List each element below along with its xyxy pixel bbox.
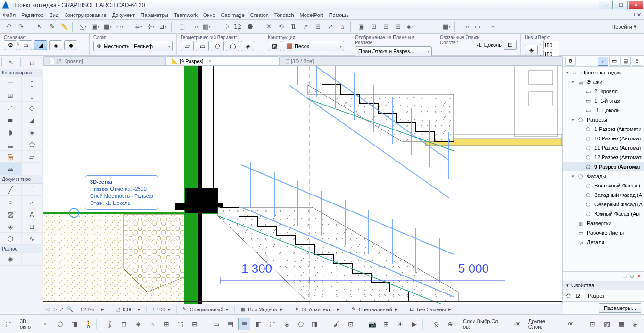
tree-det[interactable]: ◎Детали [563, 237, 644, 247]
door-tool[interactable]: ▯ [22, 77, 43, 89]
b4[interactable]: ⌂ [146, 318, 158, 330]
nav-project-tab[interactable]: ⌂ [598, 57, 608, 66]
arrow-tool[interactable]: ↖ [1, 57, 21, 67]
group3-button[interactable]: ⊟ [380, 21, 391, 32]
nav-back[interactable]: ◁ [46, 306, 50, 312]
layout2-button[interactable]: ▭ [472, 21, 483, 32]
view1-button[interactable]: ▦▾ [441, 21, 452, 32]
tree-ie[interactable]: ▥Развертки [563, 219, 644, 228]
edit2-button[interactable]: ⟲ [275, 21, 287, 32]
b6[interactable]: ⬚ [174, 318, 187, 330]
geom5-icon[interactable]: ◈ [241, 41, 254, 51]
zoom-value[interactable]: 528% [81, 307, 94, 312]
zone-tool[interactable]: ▱ [22, 151, 43, 163]
layercomb-value[interactable]: 01 Архитект... [302, 307, 334, 312]
b5[interactable]: ⊞ [160, 318, 173, 330]
level-tool[interactable]: ⬡ [0, 233, 22, 245]
mesh-mode-icon[interactable]: ◢ [34, 40, 47, 50]
menu-file[interactable]: Файл [3, 12, 16, 18]
hotspot-tool[interactable]: ✺ [0, 253, 22, 266]
dim2-tool[interactable]: ⊡ [22, 220, 43, 233]
surface-mode-icon[interactable]: ◈ [49, 40, 62, 50]
c7[interactable]: ⬠ [295, 318, 307, 330]
tree-section-1[interactable]: ⬠1 Разрез (Автомати [563, 124, 644, 134]
minimize-button[interactable]: ─ [599, 1, 613, 9]
plane-button[interactable]: ▱▾ [114, 21, 125, 32]
lamp-tool[interactable] [22, 163, 43, 175]
marquee-tool[interactable]: ⬚ [23, 57, 42, 67]
mesh-tool[interactable]: ⛰ [0, 163, 22, 175]
gridsnap-button[interactable]: ⋕▾ [133, 21, 144, 32]
elemsnap-button[interactable]: ⊹▾ [145, 21, 157, 32]
roof-tool[interactable]: ◢ [22, 114, 43, 126]
circle-tool[interactable]: ○ [0, 196, 22, 208]
tree-elev-w[interactable]: ⬠Западный Фасад (А [563, 190, 644, 200]
guideline-button[interactable]: ⊿▾ [157, 21, 169, 32]
other-layer-icon[interactable]: 👁 [565, 318, 577, 330]
c1[interactable]: ▭ [210, 318, 223, 330]
guides-button[interactable]: ◺▾ [77, 21, 89, 32]
maximize-button[interactable]: ☐ [614, 1, 628, 9]
b1[interactable]: 🚶 [104, 318, 116, 330]
e3[interactable]: ☀ [394, 318, 406, 330]
select-icon[interactable]: ▭ [19, 40, 32, 50]
marker-button[interactable]: ⬣ [244, 21, 256, 32]
nav-add-icon[interactable]: ⊕ [630, 273, 634, 279]
morph-tool[interactable]: ⬠ [22, 138, 43, 151]
edit4-button[interactable]: ↗ [300, 21, 311, 32]
mdi-minimize[interactable]: ─ [625, 12, 628, 18]
c8[interactable]: ◨ [309, 318, 321, 330]
snap-button[interactable]: ▣▾ [90, 21, 101, 32]
curtain-tool[interactable]: ▦ [0, 138, 22, 151]
tree-ws[interactable]: ▭Рабочие Листы [563, 228, 644, 237]
solid-mode-icon[interactable]: ◆ [64, 40, 77, 50]
geom3-icon[interactable]: ⬠ [211, 41, 224, 51]
persp-icon[interactable]: ⬠ [54, 318, 66, 330]
tree-section-12[interactable]: ⬠12 Разрез (Автомат [563, 153, 644, 162]
scale-menu[interactable]: ▸ [168, 306, 171, 312]
menu-cadimage[interactable]: Cadimage [221, 12, 245, 18]
display-combo[interactable]: План Этажа и Разрез... [355, 46, 432, 57]
nav-view-tab[interactable]: ▭ [609, 57, 619, 66]
nav-new-icon[interactable]: ▭ [622, 273, 627, 279]
tree-elev-n[interactable]: ⬠Северный Фасад (А [563, 200, 644, 209]
top-input[interactable] [543, 41, 559, 49]
sel-layer-icon[interactable]: 👁 [512, 318, 524, 330]
edit6-button[interactable]: ⤢ [324, 21, 336, 32]
props-id[interactable] [574, 292, 585, 300]
c5[interactable]: ⬚ [266, 318, 279, 330]
grid-button[interactable]: ▦▾ [102, 21, 113, 32]
menu-document[interactable]: Документ [112, 12, 135, 18]
penset-value[interactable]: Специальный [190, 307, 223, 312]
edit3-button[interactable]: ⇅ [288, 21, 299, 32]
c3[interactable]: ▦ [238, 318, 250, 330]
layer-combo[interactable]: 👁 Местность - Рельеф [93, 41, 173, 51]
c6[interactable]: ◈ [281, 318, 293, 330]
window-tool[interactable]: ⊞ [0, 89, 22, 102]
spline-tool[interactable]: ∿ [22, 233, 43, 245]
e1[interactable]: 📷 [366, 318, 379, 330]
group2-button[interactable]: ⊡ [368, 21, 379, 32]
zoom-in[interactable]: 🔍 [66, 306, 73, 312]
dim-button[interactable]: 1̲2̲ [232, 21, 243, 32]
close-button[interactable]: ✕ [629, 1, 643, 9]
material-combo[interactable]: 🟫 Песок [283, 41, 344, 51]
beam-tool[interactable]: ⟋ [0, 102, 22, 114]
label-tool[interactable]: ◈ [0, 220, 22, 233]
tab-plan[interactable]: 📄 [2. Кровля] [43, 56, 166, 65]
scale-value[interactable]: 1:100 [152, 307, 165, 312]
line-tool[interactable]: ╱ [0, 184, 22, 196]
measure-button[interactable]: ✎ [46, 21, 58, 32]
f2[interactable]: ⊕ [444, 318, 456, 330]
angle-menu[interactable]: ▸ [138, 306, 140, 312]
nav-fwd[interactable]: ▷ [53, 306, 57, 312]
column-tool[interactable]: ▯ [22, 89, 43, 102]
axo-icon[interactable]: ◨ [68, 318, 80, 330]
menu-window[interactable]: Окно [203, 12, 215, 18]
misc-header[interactable]: Разное [0, 245, 43, 253]
tree-story-2[interactable]: ▭2. Кровля [563, 87, 644, 96]
tree-elev-e[interactable]: ⬠Восточный Фасад ( [563, 181, 644, 190]
arc-tool[interactable]: ⌒ [22, 184, 43, 196]
edit7-button[interactable]: ⌂ [337, 21, 348, 32]
menu-tondach[interactable]: Tondach [274, 12, 294, 18]
